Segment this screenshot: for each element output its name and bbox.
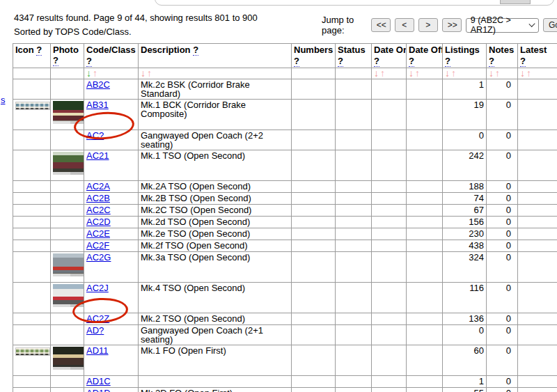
sort-descending-arrow[interactable]: ↓ (374, 68, 379, 79)
table-row: AC2C Mk.2C TSO (Open Second) 67 0 (13, 205, 557, 217)
sort-ascending-arrow[interactable]: ↑ (451, 68, 456, 79)
numbers-cell (292, 376, 336, 388)
sort-ascending-arrow[interactable]: ↑ (415, 68, 420, 79)
help-listings-link[interactable]: ? (445, 56, 450, 67)
photo-cell (51, 228, 84, 240)
sort-descending-arrow[interactable]: ↓ (489, 68, 494, 79)
date-on-cell (372, 325, 407, 345)
latest-cell (518, 205, 557, 217)
code-link[interactable]: AC2J (86, 283, 109, 293)
help-date-on-link[interactable]: ? (374, 56, 379, 67)
help-icon-link[interactable]: ? (36, 45, 42, 56)
numbers-cell (292, 130, 336, 150)
column-header-date-on: Date On? (372, 44, 407, 68)
sort-ascending-arrow[interactable]: ↑ (380, 68, 385, 79)
coach-photo-thumbnail[interactable] (53, 152, 84, 175)
icon-cell (13, 388, 51, 392)
notes-count: 0 (487, 325, 518, 345)
status-cell (336, 325, 372, 345)
sort-ascending-arrow[interactable]: ↑ (147, 68, 152, 79)
help-description-link[interactable]: ? (193, 45, 198, 56)
icon-cell (13, 181, 51, 193)
help-status-link[interactable]: ? (338, 56, 343, 67)
sort-ascending-arrow[interactable]: ↑ (93, 68, 97, 79)
date-on-cell (372, 313, 407, 325)
listings-count: 324 (443, 252, 487, 283)
description-cell: Mk.1 BCK (Corridor Brake Composite) (139, 100, 292, 130)
status-cell (336, 283, 372, 313)
help-latest-link[interactable]: ? (520, 56, 526, 67)
icon-cell (13, 79, 51, 100)
code-cell: AC2J (84, 283, 139, 313)
code-link[interactable]: AC2Z (86, 313, 109, 324)
sort-ascending-arrow[interactable]: ↑ (526, 68, 531, 79)
date-off-cell (407, 100, 443, 130)
sort-ascending-arrow[interactable]: ↑ (495, 68, 500, 79)
code-link[interactable]: AD11 (86, 345, 109, 356)
table-row: AD? Gangwayed Open Coach (2+1 seating) 0… (13, 325, 557, 345)
code-link[interactable]: AC2E (86, 228, 110, 239)
coach-photo-thumbnail[interactable] (53, 253, 84, 276)
help-numbers-link[interactable]: ? (294, 56, 299, 67)
latest-cell (518, 217, 557, 228)
numbers-cell (292, 388, 336, 392)
photo-cell (51, 100, 84, 130)
date-on-cell (372, 100, 407, 130)
code-link[interactable]: AC21 (86, 150, 109, 161)
help-date-off-link[interactable]: ? (409, 56, 414, 67)
last-page-button[interactable]: >> (442, 18, 462, 32)
code-link[interactable]: AC? (86, 130, 104, 141)
sort-descending-arrow[interactable]: ↓ (445, 68, 450, 79)
code-link[interactable]: AC2G (86, 252, 111, 262)
column-header-listings: Listings? (443, 44, 487, 68)
next-page-button[interactable]: > (418, 18, 438, 32)
code-cell: AC2B (84, 193, 139, 205)
go-button[interactable]: Go (543, 18, 557, 32)
code-link[interactable]: AC2C (86, 205, 111, 215)
code-cell: AD1D (84, 388, 139, 392)
listings-count: 242 (443, 150, 487, 181)
latest-cell (518, 345, 557, 376)
code-link[interactable]: AC2F (86, 240, 109, 251)
code-link[interactable]: AD1C (86, 376, 111, 386)
page-select[interactable]: 9 (AB2C > AR1Z) (466, 18, 539, 33)
code-link[interactable]: AB31 (86, 100, 109, 110)
coach-photo-thumbnail[interactable] (53, 101, 84, 124)
sort-descending-arrow[interactable]: ↓ (141, 68, 146, 79)
listings-count: 1 (443, 376, 487, 388)
prev-page-button[interactable]: < (395, 18, 414, 32)
photo-cell (51, 217, 84, 228)
code-link[interactable]: AC2A (86, 181, 110, 191)
code-link[interactable]: AB2C (86, 79, 110, 90)
sort-descending-arrow[interactable]: ↓ (520, 68, 525, 79)
notes-count: 0 (487, 376, 518, 388)
code-link[interactable]: AC2B (86, 193, 110, 203)
description-cell: Mk.2 TSO (Open Second) (139, 313, 292, 325)
table-row: AD11 Mk.1 FO (Open First) 60 0 (13, 345, 557, 376)
cropped-link-fragment[interactable]: s (1, 95, 6, 105)
photo-cell (51, 252, 84, 283)
code-link[interactable]: AD1D (86, 388, 111, 392)
description-cell: Mk.4 TSO (Open Second) (139, 283, 292, 313)
help-notes-link[interactable]: ? (489, 56, 494, 67)
help-photo-link[interactable]: ? (53, 55, 58, 66)
notes-count: 0 (487, 228, 518, 240)
help-code-class-link[interactable]: ? (86, 56, 92, 67)
sort-descending-arrow-active[interactable]: ↓ (86, 68, 91, 79)
notes-count: 0 (487, 240, 518, 252)
listings-count: 230 (443, 228, 487, 240)
code-link[interactable]: AC2D (86, 217, 111, 227)
listings-count: 0 (443, 325, 487, 345)
date-on-cell (372, 79, 407, 100)
sort-descending-arrow[interactable]: ↓ (409, 68, 414, 79)
column-header-photo: Photo ? (51, 44, 84, 68)
photo-cell (51, 376, 84, 388)
code-cell: AC21 (84, 150, 139, 181)
coach-photo-thumbnail[interactable] (53, 347, 84, 370)
code-link[interactable]: AD? (86, 325, 104, 336)
first-page-button[interactable]: << (371, 18, 391, 32)
coach-photo-thumbnail[interactable] (53, 284, 84, 307)
numbers-cell (292, 313, 336, 325)
sort-arrows-row: ↓↑ ↓↑ ↓↑ ↓↑ ↓↑ ↓↑ ↓↑ (13, 68, 557, 79)
icon-cell (13, 252, 51, 283)
